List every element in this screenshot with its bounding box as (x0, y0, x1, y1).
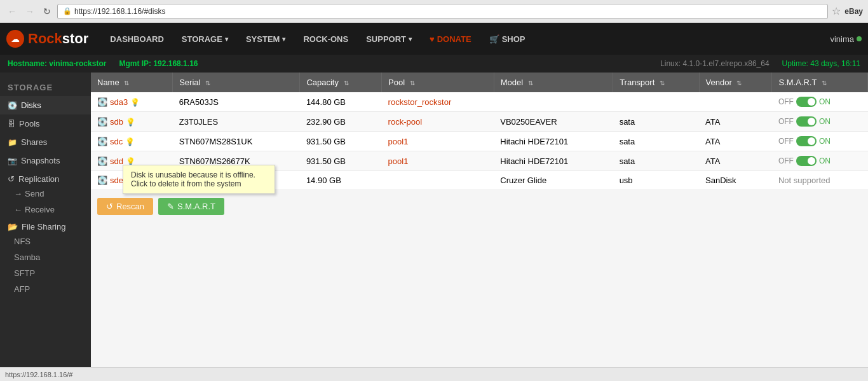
col-serial[interactable]: Serial ⇅ (173, 73, 300, 92)
disk-name-link[interactable]: sda3 (110, 97, 128, 107)
sidebar-nfs-label: NFS (14, 237, 31, 246)
nav-dashboard[interactable]: DASHBOARD (101, 23, 173, 55)
nav-shop[interactable]: 🛒 SHOP (480, 23, 534, 55)
sidebar-item-disks[interactable]: 💽 Disks (0, 96, 91, 114)
table-row: 💽sda3💡6RA503JS144.80 GBrockstor_rockstor… (91, 92, 868, 112)
hostname-value: vinima-rockstor (49, 59, 106, 68)
sidebar-title: Storage (0, 78, 91, 96)
uptime-label: Uptime: (782, 59, 808, 68)
warning-icon[interactable]: 💡 (125, 137, 135, 146)
receive-arrow-icon: ← (14, 205, 22, 214)
disk-capacity-cell: 14.90 GB (300, 171, 382, 190)
pools-icon: 🗄 (8, 120, 15, 128)
pool-link[interactable]: pool1 (388, 137, 409, 146)
rescan-button[interactable]: ↺ Rescan (97, 198, 153, 215)
sidebar-nfs[interactable]: NFS (0, 233, 91, 249)
table-row: 💽sde🗑Disk is unusable because it is offl… (91, 171, 868, 190)
col-vendor[interactable]: Vendor ⇅ (699, 73, 772, 92)
nav-rockons[interactable]: ROCK-ONS (294, 23, 357, 55)
disk-vendor-cell (699, 92, 772, 112)
main-layout: Storage 💽 Disks 🗄 Pools 📁 Shares 📷 Snaps… (0, 73, 868, 381)
disk-name-cell: 💽sdc💡 (91, 132, 173, 151)
back-button[interactable]: ← (5, 5, 19, 18)
pool-link[interactable]: pool1 (388, 156, 409, 166)
linux-value: 4.1.0-1.el7.elrepo.x86_64 (682, 59, 769, 68)
disk-model-cell: VB0250EAVER (494, 112, 613, 132)
bookmark-star-icon[interactable]: ☆ (832, 5, 841, 17)
col-smart[interactable]: S.M.A.R.T ⇅ (772, 73, 868, 92)
disk-name-link[interactable]: sdb (110, 117, 123, 127)
sidebar-item-shares[interactable]: 📁 Shares (0, 133, 91, 151)
disk-icon: 💽 (97, 156, 107, 166)
disk-icon: 💽 (97, 137, 107, 146)
smart-toggle-container: OFFON (778, 156, 862, 166)
col-transport[interactable]: Transport ⇅ (613, 73, 699, 92)
file-sharing-icon: 📂 (8, 222, 18, 232)
logo-text: Rockstor (28, 31, 88, 47)
nav-user[interactable]: vinima (830, 34, 862, 44)
smart-toggle-switch[interactable] (796, 116, 817, 127)
url-bar[interactable]: 🔒 https://192.168.1.16/#disks (57, 4, 828, 19)
warning-icon[interactable]: 💡 (130, 98, 140, 107)
forward-button[interactable]: → (23, 5, 37, 18)
reload-button[interactable]: ↻ (41, 5, 53, 18)
smart-off-label: OFF (778, 156, 794, 165)
col-pool[interactable]: Pool ⇅ (382, 73, 494, 92)
ssl-lock-icon: 🔒 (63, 7, 72, 15)
disk-name-link[interactable]: sdc (110, 137, 123, 146)
action-buttons: ↺ Rescan ✎ S.M.A.R.T (91, 190, 868, 223)
bottom-bar: https://192.168.1.16/# (0, 367, 868, 381)
disk-name-cell: 💽sda3💡 (91, 92, 173, 112)
user-status-dot (857, 36, 862, 41)
smart-toggle-switch[interactable] (796, 136, 817, 146)
sidebar-samba[interactable]: Samba (0, 249, 91, 265)
disk-name-link[interactable]: sdd (110, 156, 123, 166)
nav-donate[interactable]: ♥ DONATE (421, 23, 480, 55)
disk-name-link[interactable]: sde (110, 176, 123, 185)
col-capacity[interactable]: Capacity ⇅ (300, 73, 382, 92)
col-model[interactable]: Model ⇅ (494, 73, 613, 92)
sidebar-afp[interactable]: AFP (0, 281, 91, 297)
logo-icon: ☁ (6, 30, 24, 48)
nav-support[interactable]: SUPPORT ▾ (357, 23, 421, 55)
disk-vendor-cell: ATA (699, 112, 772, 132)
smart-toggle-switch[interactable] (796, 97, 817, 107)
status-right: Linux: 4.1.0-1.el7.elrepo.x86_64 Uptime:… (660, 59, 860, 68)
disk-smart-cell: OFFON (772, 151, 868, 171)
smart-toggle-switch[interactable] (796, 156, 817, 166)
replication-icon: ↺ (8, 174, 15, 184)
smart-toggle-container: OFFON (778, 136, 862, 146)
sidebar-file-sharing[interactable]: 📂 File Sharing (0, 218, 91, 233)
smart-button[interactable]: ✎ S.M.A.R.T (158, 198, 224, 215)
rescan-icon: ↺ (106, 202, 113, 211)
user-label: vinima (830, 34, 854, 44)
col-name[interactable]: Name ⇅ (91, 73, 173, 92)
disk-capacity-cell: 144.80 GB (300, 92, 382, 112)
disk-transport-cell: usb (613, 171, 699, 190)
mgmt-label: Mgmt IP: (119, 59, 151, 68)
sidebar-receive[interactable]: ← Receive (0, 202, 91, 218)
disk-model-cell: Hitachi HDE72101 (494, 132, 613, 151)
pool-link[interactable]: rock-pool (388, 117, 422, 127)
sidebar-sftp[interactable]: SFTP (0, 265, 91, 281)
disk-transport-cell (613, 92, 699, 112)
disk-transport-cell: sata (613, 151, 699, 171)
warning-icon[interactable]: 💡 (126, 118, 135, 127)
nav-system[interactable]: SYSTEM ▾ (237, 23, 294, 55)
sidebar-shares-label: Shares (21, 137, 47, 147)
disk-capacity-cell: 931.50 GB (300, 151, 382, 171)
logo[interactable]: ☁ Rockstor (6, 30, 88, 48)
sidebar-replication[interactable]: ↺ Replication (0, 170, 91, 186)
top-navigation: ☁ Rockstor DASHBOARD STORAGE ▾ SYSTEM ▾ … (0, 23, 868, 55)
nav-storage[interactable]: STORAGE ▾ (173, 23, 237, 55)
sidebar-send[interactable]: → Send (0, 186, 91, 202)
table-header-row: Name ⇅ Serial ⇅ Capacity ⇅ Pool ⇅ Model … (91, 73, 868, 92)
disk-capacity-cell: 931.50 GB (300, 132, 382, 151)
disk-pool-cell (382, 171, 494, 190)
sidebar-item-pools[interactable]: 🗄 Pools (0, 114, 91, 133)
pool-link[interactable]: rockstor_rockstor (388, 97, 452, 107)
disk-smart-cell: OFFON (772, 132, 868, 151)
bottom-url: https://192.168.1.16/# (5, 371, 72, 378)
sidebar-item-snapshots[interactable]: 📷 Snapshots (0, 151, 91, 170)
sidebar-samba-label: Samba (14, 253, 40, 262)
